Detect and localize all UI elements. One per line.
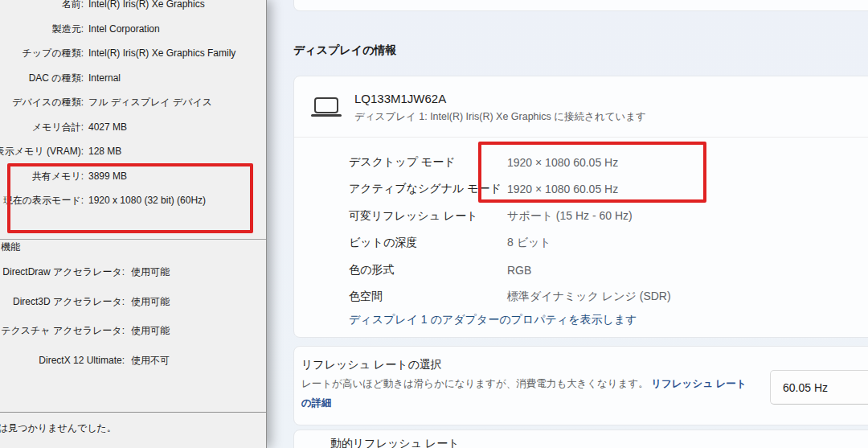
device-row-value: Intel(R) Iris(R) Xe Graphics Family <box>88 47 235 59</box>
device-row: 表示メモリ (VRAM): 128 MB <box>0 139 266 164</box>
device-row-label: 製造元: <box>52 22 84 35</box>
section-heading: ディスプレイの情報 <box>293 43 396 58</box>
device-row: 製造元: Intel Corporation <box>0 17 266 42</box>
detail-value: RGB <box>507 264 531 277</box>
feature-row-label: AGP テクスチャ アクセラレータ: <box>0 324 125 338</box>
device-row: チップの種類: Intel(R) Iris(R) Xe Graphics Fam… <box>0 41 266 66</box>
feature-row: DirectDraw アクセラレータ: 使用可能 <box>0 257 266 287</box>
device-row-value: Intel Corporation <box>88 23 160 35</box>
adapter-properties-link[interactable]: ディスプレイ 1 のアダプターのプロパティを表示します <box>349 313 637 327</box>
device-row-label: メモリ合計: <box>32 120 84 134</box>
feature-row: Direct3D アクセラレータ: 使用可能 <box>0 287 266 317</box>
feature-row-value: 使用可能 <box>131 265 170 279</box>
detail-label: ビットの深度 <box>349 236 417 250</box>
display-info-card: LQ133M1JW62A ディスプレイ 1: Intel(R) Iris(R) … <box>293 76 868 338</box>
notes-text: 問題は見つかりませんでした。 <box>0 421 117 435</box>
device-row: DAC の種類: Internal <box>0 66 266 91</box>
detail-row: ビットの深度 8 ビット <box>294 230 868 257</box>
detail-row: 色空間 標準ダイナミック レンジ (SDR) <box>294 284 868 311</box>
features-header: DirectX 機能 <box>0 240 20 254</box>
device-row: 名前: Intel(R) Iris(R) Xe Graphics <box>0 0 266 17</box>
device-row-value: フル ディスプレイ デバイス <box>88 96 212 109</box>
feature-row-label: DirectX 12 Ultimate: <box>39 355 125 366</box>
feature-row: DirectX 12 Ultimate: 使用不可 <box>0 346 266 376</box>
device-row-label: 名前: <box>62 0 84 11</box>
dynamic-refresh-card[interactable]: 動的リフレッシュ レート <box>293 430 868 448</box>
feature-row-value: 使用不可 <box>131 353 170 367</box>
notes-divider <box>0 412 266 413</box>
settings-panel: ディスプレイの情報 LQ133M1JW62A ディスプレイ 1: Intel(R… <box>268 0 868 448</box>
refresh-rate-details-link-line2[interactable]: の詳細 <box>301 397 332 410</box>
detail-value: 8 ビット <box>507 236 551 250</box>
detail-row: 色の形式 RGB <box>294 257 868 284</box>
refresh-rate-dropdown[interactable]: 60.05 Hz <box>770 370 868 405</box>
laptop-icon <box>314 97 338 113</box>
dynamic-refresh-label: 動的リフレッシュ レート <box>330 437 460 448</box>
detail-row: 可変リフレッシュ レート サポート (15 Hz - 60 Hz) <box>294 203 868 230</box>
detail-label: デスクトップ モード <box>349 155 456 170</box>
device-row: デバイスの種類: フル ディスプレイ デバイス <box>0 90 266 115</box>
refresh-rate-details-link[interactable]: リフレッシュ レート <box>651 378 746 389</box>
detail-label: 色空間 <box>349 290 383 304</box>
device-row-value: Intel(R) Iris(R) Xe Graphics <box>88 0 205 10</box>
display-name: LQ133M1JW62A <box>354 92 446 105</box>
feature-row-value: 使用可能 <box>131 294 170 308</box>
detail-value: サポート (15 Hz - 60 Hz) <box>507 209 633 224</box>
feature-row-label: Direct3D アクセラレータ: <box>13 294 125 308</box>
refresh-rate-description: レートが高いほど動きは滑らかになりますが、消費電力も大きくなります。 リフレッシ… <box>301 377 747 391</box>
feature-row: AGP テクスチャ アクセラレータ: 使用可能 <box>0 316 266 346</box>
device-row-label: DAC の種類: <box>29 71 84 84</box>
feature-row-label: DirectDraw アクセラレータ: <box>2 265 125 279</box>
device-row-value: 4027 MB <box>88 121 127 133</box>
features-list: DirectDraw アクセラレータ: 使用可能 Direct3D アクセラレー… <box>0 257 266 375</box>
features-divider <box>0 239 266 240</box>
device-row: メモリ合計: 4027 MB <box>0 115 266 140</box>
detail-value: 標準ダイナミック レンジ (SDR) <box>507 290 671 304</box>
device-row-value: 128 MB <box>88 146 121 157</box>
refresh-rate-card: リフレッシュ レートの選択 レートが高いほど動きは滑らかになりますが、消費電力も… <box>293 346 868 425</box>
detail-label: 色の形式 <box>349 263 394 277</box>
feature-row-value: 使用可能 <box>131 324 170 338</box>
refresh-rate-title: リフレッシュ レートの選択 <box>301 358 442 372</box>
device-row-label: 表示メモリ (VRAM): <box>0 145 84 158</box>
detail-label: 可変リフレッシュ レート <box>349 209 478 224</box>
highlight-box-shared-memory <box>7 163 253 233</box>
display-subtitle: ディスプレイ 1: Intel(R) Iris(R) Xe Graphics に… <box>354 110 646 124</box>
device-row-value: Internal <box>88 72 121 84</box>
previous-card-remnant <box>293 0 868 11</box>
device-row-label: デバイスの種類: <box>12 96 84 109</box>
highlight-box-display-mode <box>478 142 706 203</box>
refresh-rate-dropdown-value: 60.05 Hz <box>783 381 828 394</box>
laptop-icon-base <box>311 114 342 117</box>
device-row-label: チップの種類: <box>23 47 84 60</box>
refresh-rate-description-text: レートが高いほど動きは滑らかになりますが、消費電力も大きくなります。 <box>301 378 651 389</box>
card-divider <box>294 137 868 138</box>
